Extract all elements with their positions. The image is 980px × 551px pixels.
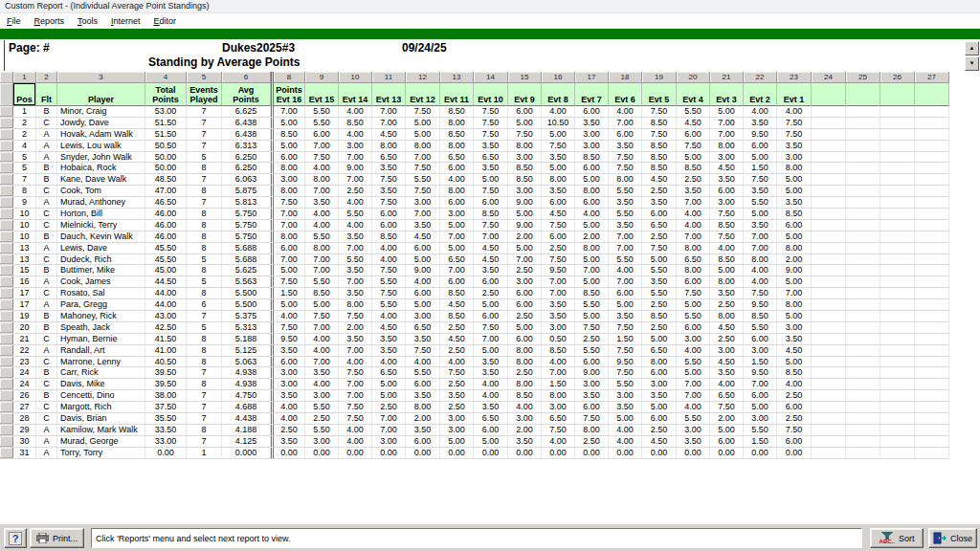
cell[interactable] [915, 118, 949, 128]
cell[interactable]: 0.00 [710, 448, 744, 458]
cell[interactable]: 2.50 [642, 299, 677, 310]
cell[interactable]: 9.00 [406, 265, 440, 276]
cell[interactable]: 3.00 [710, 152, 744, 163]
cell[interactable]: 7.00 [305, 186, 339, 196]
cell[interactable]: 50.50 [145, 141, 187, 151]
cell[interactable] [846, 357, 880, 367]
cell[interactable]: 6.00 [474, 311, 508, 321]
cell[interactable]: 7.50 [474, 118, 508, 128]
cell[interactable]: 6.50 [372, 152, 406, 163]
help-button[interactable]: ? [4, 528, 27, 548]
cell[interactable]: 5.50 [609, 379, 642, 389]
cell[interactable]: 2.50 [305, 413, 339, 424]
cell[interactable]: 7.50 [440, 367, 474, 378]
cell[interactable]: 3.50 [575, 390, 609, 401]
column-number-14[interactable]: 14 [474, 72, 508, 83]
cell[interactable] [812, 118, 846, 128]
column-number-16[interactable]: 16 [542, 72, 575, 83]
cell[interactable]: 3.00 [271, 379, 305, 389]
cell[interactable]: 3.50 [474, 357, 508, 367]
cell[interactable]: Minor, Craig [57, 106, 145, 117]
cell[interactable]: 9.00 [508, 220, 542, 231]
cell[interactable]: 3.00 [305, 390, 339, 401]
scroll-up-icon[interactable]: ▲ [965, 41, 979, 55]
cell[interactable]: 3.50 [744, 220, 777, 231]
cell[interactable]: 5.50 [677, 357, 710, 367]
cell[interactable]: 4.00 [542, 436, 575, 447]
cell[interactable]: 7.00 [339, 379, 372, 389]
cell[interactable]: 7.00 [372, 413, 406, 424]
cell[interactable]: 3.50 [542, 311, 575, 321]
row-header[interactable] [0, 254, 13, 265]
row-header[interactable] [0, 334, 13, 344]
cell[interactable]: 6.00 [677, 322, 710, 333]
cell[interactable]: 7.50 [744, 288, 777, 298]
cell[interactable]: 6.00 [406, 243, 440, 253]
column-header-evt-6[interactable]: Evt 6 [609, 83, 642, 106]
cell[interactable]: 3.50 [339, 288, 372, 298]
cell[interactable]: 4.00 [271, 413, 305, 424]
cell[interactable]: 38.00 [145, 390, 187, 401]
cell[interactable]: 8.00 [744, 254, 777, 265]
cell[interactable] [915, 334, 949, 344]
cell[interactable]: 5.00 [744, 209, 777, 219]
column-number-8[interactable]: 8 [271, 72, 305, 83]
cell[interactable]: 6.625 [222, 106, 271, 117]
cell[interactable]: 5.00 [271, 118, 305, 128]
cell[interactable]: 7.50 [474, 322, 508, 333]
row-header[interactable] [0, 311, 13, 321]
cell[interactable]: 7 [187, 413, 222, 424]
cell[interactable]: 8 [187, 379, 222, 389]
cell[interactable] [915, 379, 949, 389]
cell[interactable]: A [36, 152, 57, 163]
cell[interactable]: 7.50 [642, 243, 677, 253]
cell[interactable]: 5 [187, 276, 222, 287]
cell[interactable]: 6.00 [542, 197, 575, 208]
cell[interactable]: 7 [187, 106, 222, 117]
column-header-player[interactable]: Player [57, 83, 145, 106]
cell[interactable]: 3.50 [542, 152, 575, 163]
cell[interactable]: 6.250 [222, 163, 271, 173]
cell[interactable]: 6.00 [508, 288, 542, 298]
cell[interactable]: 7.50 [677, 141, 710, 151]
cell[interactable]: 5.00 [677, 299, 710, 310]
cell[interactable]: 50.00 [145, 163, 187, 173]
cell[interactable]: 3.00 [744, 413, 777, 424]
cell[interactable]: 7.00 [406, 209, 440, 219]
cell[interactable]: 5.00 [744, 152, 777, 163]
cell[interactable]: 5.375 [222, 311, 271, 321]
cell[interactable]: 4.00 [305, 209, 339, 219]
cell[interactable]: 4.00 [305, 345, 339, 356]
cell[interactable]: 4.00 [372, 243, 406, 253]
cell[interactable]: 7.00 [372, 425, 406, 435]
cell[interactable]: 0.00 [575, 448, 609, 458]
cell[interactable]: 6.00 [406, 379, 440, 389]
cell[interactable] [846, 106, 880, 117]
cell[interactable]: 9.00 [777, 265, 812, 276]
cell[interactable] [846, 390, 880, 401]
cell[interactable]: 8 [187, 243, 222, 253]
cell[interactable]: 4.50 [406, 231, 440, 242]
cell[interactable]: 0.00 [474, 448, 508, 458]
cell[interactable]: A [36, 141, 57, 151]
column-header-evt-15[interactable]: Evt 15 [305, 83, 339, 106]
cell[interactable]: 5.50 [305, 118, 339, 128]
cell[interactable]: 7.50 [508, 129, 542, 140]
cell[interactable]: Randall, Art [57, 345, 145, 356]
cell[interactable]: 7.00 [677, 197, 710, 208]
cell[interactable]: 8 [187, 163, 222, 173]
column-header-evt-9[interactable]: Evt 9 [508, 83, 542, 106]
cell[interactable]: 2.50 [372, 402, 406, 412]
cell[interactable] [880, 129, 915, 140]
cell[interactable]: 7.00 [744, 379, 777, 389]
cell[interactable]: 7.00 [271, 209, 305, 219]
row-header[interactable] [0, 413, 13, 424]
cell[interactable] [880, 402, 915, 412]
cell[interactable]: 4.00 [440, 357, 474, 367]
cell[interactable]: Horton, Bill [57, 209, 145, 219]
column-header-points-evt-16[interactable]: PointsEvt 16 [271, 83, 305, 106]
cell[interactable]: 0.00 [440, 448, 474, 458]
cell[interactable]: 5.50 [305, 402, 339, 412]
cell[interactable] [846, 186, 880, 196]
cell[interactable] [880, 220, 915, 231]
